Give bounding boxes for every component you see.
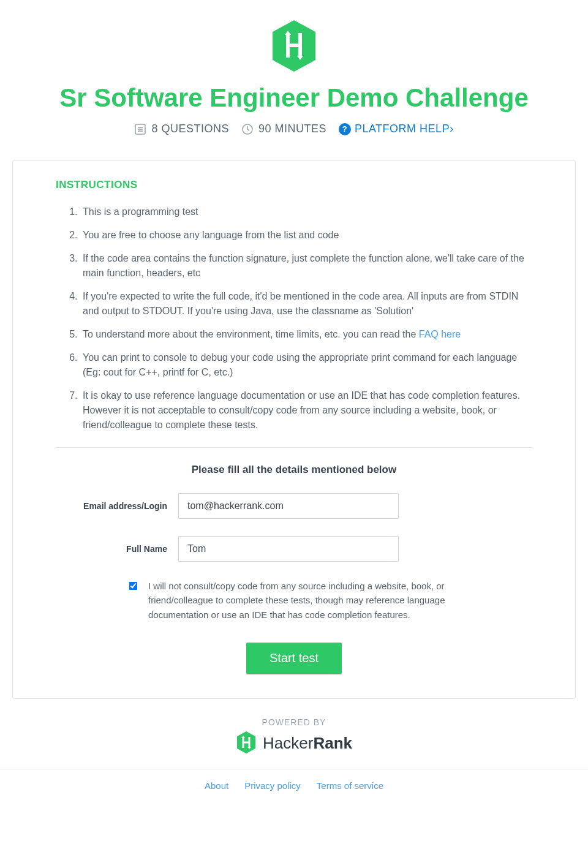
email-field[interactable] [178, 493, 399, 519]
brand-bold: Rank [313, 734, 352, 752]
instruction-item: If you're expected to write the full cod… [80, 289, 532, 319]
privacy-link[interactable]: Privacy policy [244, 780, 301, 791]
help-label: PLATFORM HELP› [355, 123, 454, 135]
consent-text: I will not consult/copy code from any so… [148, 579, 503, 622]
challenge-title: Sr Software Engineer Demo Challenge [12, 83, 576, 113]
brand-plain: Hacker [263, 734, 313, 752]
footer-links: About Privacy policy Terms of service [0, 780, 588, 791]
platform-help-link[interactable]: ? PLATFORM HELP› [339, 123, 454, 135]
fullname-row: Full Name [56, 536, 532, 562]
instruction-item: To understand more about the environment… [80, 327, 532, 342]
instruction-item: If the code area contains the function s… [80, 251, 532, 281]
header: Sr Software Engineer Demo Challenge 8 QU… [0, 0, 588, 148]
powered-by-label: POWERED BY [0, 717, 588, 727]
fullname-label: Full Name [56, 544, 178, 554]
faq-link[interactable]: FAQ here [419, 329, 461, 339]
hackerrank-logo-icon [12, 18, 576, 76]
help-icon: ? [339, 123, 351, 135]
instructions-heading: INSTRUCTIONS [56, 179, 532, 191]
email-label: Email address/Login [56, 501, 178, 511]
instruction-text: To understand more about the environment… [83, 329, 419, 339]
email-row: Email address/Login [56, 493, 532, 519]
hackerrank-brand: HackerRank [236, 731, 352, 757]
section-divider [56, 447, 532, 448]
clock-icon [241, 123, 254, 135]
instruction-item: You are free to choose any language from… [80, 228, 532, 243]
instruction-item: This is a programming test [80, 205, 532, 219]
time-label: 90 MINUTES [258, 123, 326, 135]
instruction-item: You can print to console to debug your c… [80, 350, 532, 380]
questions-count: 8 QUESTIONS [134, 123, 229, 135]
time-limit: 90 MINUTES [241, 123, 326, 135]
instructions-list: This is a programming test You are free … [56, 205, 532, 432]
footer: POWERED BY HackerRank About Privacy poli… [0, 717, 588, 815]
consent-row: I will not consult/copy code from any so… [56, 579, 532, 622]
footer-links-wrap: About Privacy policy Terms of service [0, 769, 588, 791]
brand-text: HackerRank [263, 734, 352, 753]
start-test-button[interactable]: Start test [246, 643, 342, 674]
fullname-field[interactable] [178, 536, 399, 562]
terms-link[interactable]: Terms of service [317, 780, 383, 791]
consent-checkbox[interactable] [129, 582, 138, 591]
main-content-box: INSTRUCTIONS This is a programming test … [12, 160, 576, 699]
about-link[interactable]: About [205, 780, 228, 791]
challenge-meta: 8 QUESTIONS 90 MINUTES ? PLATFORM HELP› [12, 123, 576, 135]
instruction-item: It is okay to use reference language doc… [80, 388, 532, 432]
form-heading: Please fill all the details mentioned be… [56, 464, 532, 476]
questions-label: 8 QUESTIONS [151, 123, 229, 135]
hackerrank-small-logo-icon [236, 731, 257, 757]
list-icon [134, 123, 146, 135]
